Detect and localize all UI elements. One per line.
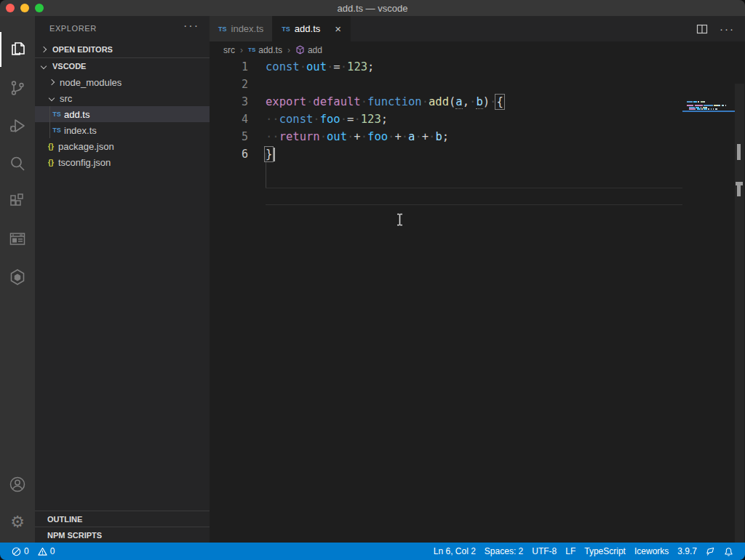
activity-extensions-icon[interactable] (0, 184, 35, 219)
token-ws: · (327, 60, 333, 73)
code-line-6[interactable]: 6} (210, 145, 690, 163)
tree-item-tsconfig-json[interactable]: {}tsconfig.json (35, 154, 210, 170)
more-actions-icon[interactable]: ··· (720, 23, 735, 35)
close-window-button[interactable] (6, 4, 15, 12)
typescript-file-icon: TS (282, 25, 290, 33)
sidebar-more-actions-icon[interactable]: ··· (183, 20, 199, 33)
activity-account-icon[interactable] (0, 467, 35, 502)
breadcrumb-label: src (223, 45, 235, 55)
breadcrumb-item-src[interactable]: src (223, 45, 235, 55)
minimize-window-button[interactable] (20, 4, 29, 12)
token-ws: · (340, 60, 347, 73)
code-line-4[interactable]: 4··const·foo·=·123; (210, 111, 690, 128)
activity-search-icon[interactable] (0, 146, 35, 181)
breadcrumb: src›TSadd.ts›add (210, 41, 745, 58)
token-ws: · (320, 130, 327, 143)
status-lf[interactable]: LF (561, 546, 580, 556)
token-pun: ; (442, 130, 449, 143)
token-num: 123 (361, 113, 381, 126)
maximize-window-button[interactable] (35, 4, 44, 12)
status-typescript[interactable]: TypeScript (580, 546, 630, 556)
status-feedback[interactable] (701, 547, 720, 556)
code-text: const·out·=·123; (266, 60, 374, 73)
status-error[interactable]: 0 (7, 546, 33, 556)
token-kw: const (279, 113, 314, 126)
section-label: NPM SCRIPTS (47, 531, 102, 540)
line-number: 4 (210, 113, 248, 126)
tree-item-label: tsconfig.json (58, 157, 111, 168)
tab-label: add.ts (295, 23, 320, 34)
token-ws: · (361, 130, 367, 143)
tab-label: index.ts (231, 23, 264, 34)
tree-item-package-json[interactable]: {}package.json (35, 138, 210, 154)
tab-bar: TSindex.tsTSadd.ts× (210, 16, 745, 41)
status-iceworks[interactable]: Iceworks (630, 546, 673, 556)
json-file-icon: {} (45, 159, 57, 167)
activity-iceworks-icon[interactable] (0, 260, 35, 295)
section-outline[interactable]: OUTLINE (35, 511, 210, 527)
section-npm-scripts[interactable]: NPM SCRIPTS (35, 527, 210, 543)
window-title: add.ts — vscode (338, 3, 408, 14)
line-number: 5 (210, 130, 248, 143)
tree-item-src[interactable]: src (35, 90, 210, 106)
status-ln-6-col-2[interactable]: Ln 6, Col 2 (429, 546, 480, 556)
breadcrumb-item-add-ts[interactable]: TSadd.ts (248, 45, 282, 55)
line-number: 1 (210, 60, 248, 73)
vscode-window: add.ts — vscode ⚙ EXPLORER ··· OPEN EDIT… (0, 0, 745, 560)
status-label: LF (565, 546, 575, 556)
activity-settings-icon[interactable]: ⚙ (0, 505, 35, 540)
breadcrumb-item-add[interactable]: add (295, 45, 322, 55)
token-cvar: out (327, 130, 347, 143)
token-ws: · (300, 60, 306, 73)
typescript-file-icon: TS (51, 111, 63, 118)
open-editors-label: OPEN EDITORS (52, 45, 113, 54)
split-editor-icon[interactable] (696, 23, 708, 35)
chevron-right-icon (49, 79, 55, 85)
tab-add-ts[interactable]: TSadd.ts× (273, 16, 351, 41)
tree-item-node_modules[interactable]: node_modules (35, 74, 210, 90)
token-ws: · (306, 95, 313, 108)
activity-run-debug-icon[interactable] (0, 108, 35, 143)
tree-item-index-ts[interactable]: TSindex.ts (35, 122, 210, 138)
sidebar-title: EXPLORER (49, 24, 97, 33)
activity-explorer-icon[interactable] (0, 32, 35, 67)
code-editor[interactable]: 1const·out·=·123;23export·default·functi… (210, 58, 745, 543)
tree-item-label: index.ts (64, 125, 97, 136)
code-line-2[interactable]: 2 (210, 76, 690, 93)
mouse-ibeam-cursor (395, 213, 405, 226)
chevron-right-icon (41, 47, 47, 52)
section-label: OUTLINE (47, 515, 82, 524)
warning-icon (38, 547, 47, 556)
status-label: 0 (50, 546, 55, 556)
status-bell[interactable] (720, 547, 738, 556)
code-line-1[interactable]: 1const·out·=·123; (210, 58, 690, 76)
open-editors-header[interactable]: OPEN EDITORS (35, 41, 210, 57)
status-warning[interactable]: 0 (33, 546, 60, 556)
tab-index-ts[interactable]: TSindex.ts (210, 16, 273, 41)
status-label: TypeScript (584, 546, 626, 556)
token-ws: ·· (266, 113, 279, 126)
json-file-icon: {} (45, 143, 57, 151)
status-spaces-2[interactable]: Spaces: 2 (480, 546, 527, 556)
code-line-3[interactable]: 3export·default·function·add(a,·b)·{ (210, 93, 690, 111)
token-cvar: out (306, 60, 327, 73)
error-icon (12, 547, 21, 556)
minimap-current-line (682, 111, 735, 112)
status-3-9-7[interactable]: 3.9.7 (673, 546, 701, 556)
workspace-label: VSCODE (52, 62, 86, 71)
status-utf-8[interactable]: UTF-8 (527, 546, 561, 556)
feedback-icon (706, 547, 715, 556)
workspace-header[interactable]: VSCODE (35, 58, 210, 74)
code-line-5[interactable]: 5··return·out·+·foo·+·a·+·b; (210, 128, 690, 145)
breadcrumb-label: add.ts (258, 45, 282, 55)
explorer-sidebar: EXPLORER ··· OPEN EDITORS VSCODE node_mo… (35, 16, 210, 543)
code-text: ··const·foo·=·123; (266, 113, 388, 126)
editor-scrollbar[interactable] (735, 84, 744, 548)
minimap[interactable] (682, 101, 735, 135)
token-ws: · (415, 130, 421, 143)
activity-app-panel-icon[interactable] (0, 222, 35, 257)
activity-source-control-icon[interactable] (0, 71, 35, 105)
tree-item-add-ts[interactable]: TSadd.ts (35, 106, 210, 122)
line-number: 6 (210, 148, 248, 161)
close-icon[interactable]: × (335, 23, 341, 34)
